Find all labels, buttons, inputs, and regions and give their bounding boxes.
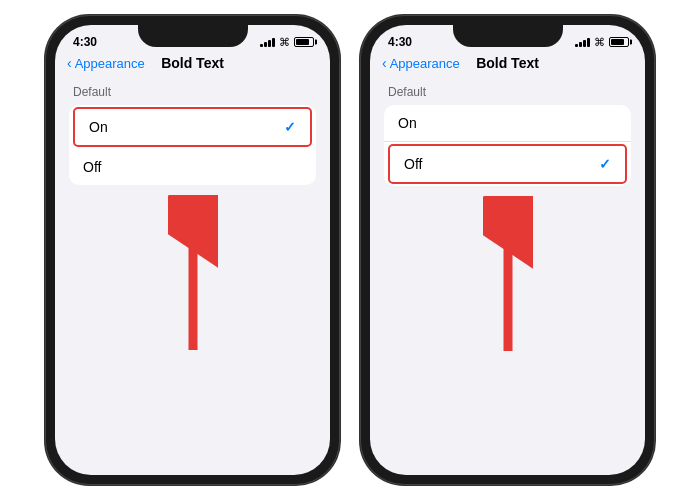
time-2: 4:30 bbox=[386, 35, 412, 49]
nav-title-2: Bold Text bbox=[476, 55, 539, 71]
option-on-label-2: On bbox=[398, 115, 417, 131]
phone-1-screen: 4:30 ⌘ ‹ App bbox=[55, 25, 330, 475]
checkmark-off-2: ✓ bbox=[599, 156, 611, 172]
option-on-1[interactable]: On ✓ bbox=[73, 107, 312, 147]
arrow-container-1 bbox=[69, 195, 316, 355]
content-1: Default On ✓ Off bbox=[55, 77, 330, 363]
option-on-label-1: On bbox=[89, 119, 108, 135]
battery-icon-1 bbox=[294, 37, 314, 47]
nav-bar-1: ‹ Appearance Bold Text bbox=[55, 53, 330, 77]
phone-1-device: 4:30 ⌘ ‹ App bbox=[45, 15, 340, 485]
chevron-left-icon-1: ‹ bbox=[67, 55, 72, 71]
nav-title-1: Bold Text bbox=[161, 55, 224, 71]
option-off-label-2: Off bbox=[404, 156, 422, 172]
phone-1: 4:30 ⌘ ‹ App bbox=[45, 15, 340, 485]
back-label-2: Appearance bbox=[390, 56, 460, 71]
up-arrow-2 bbox=[483, 196, 533, 356]
status-icons-2: ⌘ bbox=[575, 36, 629, 49]
wifi-icon-2: ⌘ bbox=[594, 36, 605, 49]
notch-2 bbox=[453, 25, 563, 47]
chevron-left-icon-2: ‹ bbox=[382, 55, 387, 71]
arrow-container-2 bbox=[384, 196, 631, 356]
option-off-1[interactable]: Off bbox=[69, 149, 316, 185]
option-on-2[interactable]: On bbox=[384, 105, 631, 142]
battery-icon-2 bbox=[609, 37, 629, 47]
phone-2-screen: 4:30 ⌘ ‹ App bbox=[370, 25, 645, 475]
phone-2: 4:30 ⌘ ‹ App bbox=[360, 15, 655, 485]
back-button-1[interactable]: ‹ Appearance bbox=[67, 55, 145, 71]
wifi-icon-1: ⌘ bbox=[279, 36, 290, 49]
checkmark-on-1: ✓ bbox=[284, 119, 296, 135]
phone-2-device: 4:30 ⌘ ‹ App bbox=[360, 15, 655, 485]
signal-icon-2 bbox=[575, 37, 590, 47]
option-off-2[interactable]: Off ✓ bbox=[388, 144, 627, 184]
option-off-label-1: Off bbox=[83, 159, 101, 175]
list-group-2: On Off ✓ bbox=[384, 105, 631, 186]
notch-1 bbox=[138, 25, 248, 47]
signal-icon-1 bbox=[260, 37, 275, 47]
nav-bar-2: ‹ Appearance Bold Text bbox=[370, 53, 645, 77]
time-1: 4:30 bbox=[71, 35, 97, 49]
section-label-1: Default bbox=[69, 85, 316, 99]
up-arrow-1 bbox=[168, 195, 218, 355]
back-label-1: Appearance bbox=[75, 56, 145, 71]
status-icons-1: ⌘ bbox=[260, 36, 314, 49]
content-2: Default On Off ✓ bbox=[370, 77, 645, 364]
section-label-2: Default bbox=[384, 85, 631, 99]
back-button-2[interactable]: ‹ Appearance bbox=[382, 55, 460, 71]
list-group-1: On ✓ Off bbox=[69, 105, 316, 185]
